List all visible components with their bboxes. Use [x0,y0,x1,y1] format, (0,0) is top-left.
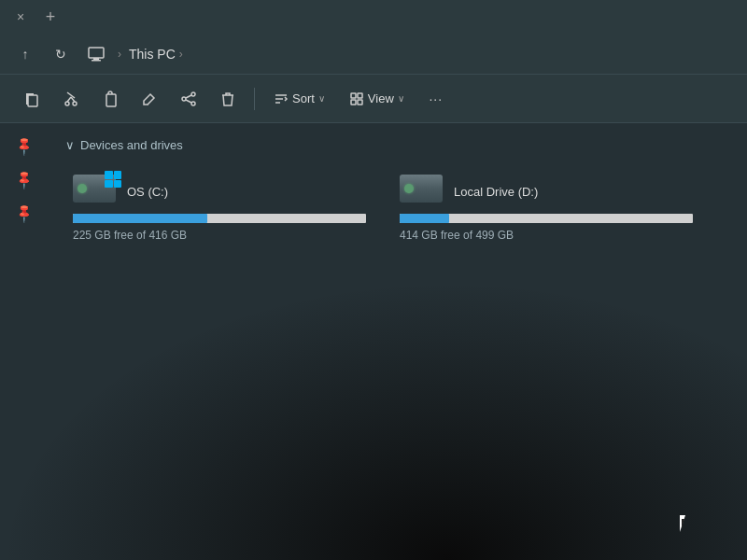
svg-point-4 [65,102,69,105]
drive-d-name: Local Drive (D:) [454,185,538,199]
windows-logo-icon [105,171,121,188]
breadcrumb-chevron: › [179,48,183,61]
view-label: View [368,91,394,105]
view-chevron: ∨ [398,93,404,104]
computer-icon [88,46,105,63]
paste-button[interactable] [93,82,127,116]
section-header-devices[interactable]: ∨ Devices and drives [65,138,728,152]
drive-d-progress-fill [400,214,449,223]
main-content: 📌 📌 📌 ∨ Devices and drives [0,123,747,560]
svg-rect-2 [92,60,101,62]
sort-button[interactable]: Sort ∨ [264,86,334,112]
svg-rect-9 [106,94,116,106]
content-area: ∨ Devices and drives [47,123,747,560]
svg-rect-19 [358,93,362,98]
computer-icon-button[interactable] [82,40,110,68]
drive-c-info: 225 GB free of 416 GB [73,229,366,242]
toolbar: Sort ∨ View ∨ ··· [0,75,747,123]
trash-icon [219,91,236,107]
share-button[interactable] [172,82,205,116]
svg-point-5 [73,102,77,105]
breadcrumb[interactable]: This PC › [129,47,183,62]
drive-c-progress-bar [73,214,366,223]
share-icon [180,91,197,107]
refresh-button[interactable]: ↻ [47,40,75,68]
pin-icon-2[interactable]: 📌 [12,168,34,189]
svg-rect-20 [351,100,356,105]
sort-label: Sort [292,91,315,105]
drive-d-info: 414 GB free of 499 GB [400,229,693,242]
back-button[interactable]: ↑ [11,40,39,68]
drive-c-header: OS (C:) [73,175,366,208]
svg-point-10 [191,92,195,96]
tab-close-button[interactable]: × [7,4,34,30]
drive-d-icon [400,175,444,208]
scissors-icon [63,91,79,107]
drives-grid: OS (C:) 225 GB free of 416 GB Local Driv… [65,167,700,249]
drive-d-header: Local Drive (D:) [400,175,693,208]
section-label: Devices and drives [80,138,183,152]
more-options-button[interactable]: ··· [419,82,453,116]
svg-rect-3 [28,95,37,106]
svg-rect-0 [89,48,104,58]
drive-d-progress-bar [400,214,693,223]
rename-button[interactable] [133,82,166,116]
svg-line-6 [67,97,71,102]
svg-point-11 [182,97,186,101]
drive-c[interactable]: OS (C:) 225 GB free of 416 GB [65,167,374,249]
sort-chevron: ∨ [318,93,325,104]
new-tab-button[interactable]: + [37,4,63,30]
svg-rect-21 [358,100,362,105]
copy-icon [23,91,40,107]
drive-c-icon [73,175,118,208]
paste-icon [102,91,119,107]
refresh-icon: ↻ [55,47,66,62]
svg-line-13 [186,95,191,98]
drive-d[interactable]: Local Drive (D:) 414 GB free of 499 GB [392,167,700,249]
more-icon: ··· [429,91,443,106]
pin-icon-3[interactable]: 📌 [12,202,34,223]
drive-c-name: OS (C:) [127,185,168,199]
sidebar-pins: 📌 📌 📌 [0,123,47,560]
svg-line-14 [186,100,191,103]
address-bar-row: ↑ ↻ › This PC › [0,34,747,75]
breadcrumb-separator-1: › [118,48,121,61]
svg-rect-1 [93,58,99,60]
svg-point-12 [191,102,195,105]
svg-rect-18 [351,93,356,98]
delete-button[interactable] [211,82,245,116]
cut-button[interactable] [54,82,88,116]
view-button[interactable]: View ∨ [340,86,414,112]
rename-icon [141,91,158,107]
toolbar-divider [254,88,255,110]
breadcrumb-thispc[interactable]: This PC [129,47,176,62]
hdd-led-icon [78,184,87,193]
view-icon [349,91,364,106]
hdd-d-led-icon [404,184,414,193]
pin-icon-1[interactable]: 📌 [12,134,34,156]
drive-c-progress-fill [73,214,207,223]
sort-icon [274,91,289,106]
copy-button[interactable] [15,82,49,116]
back-icon: ↑ [22,47,29,62]
tab-bar: × + [0,0,747,34]
section-chevron: ∨ [65,138,75,152]
